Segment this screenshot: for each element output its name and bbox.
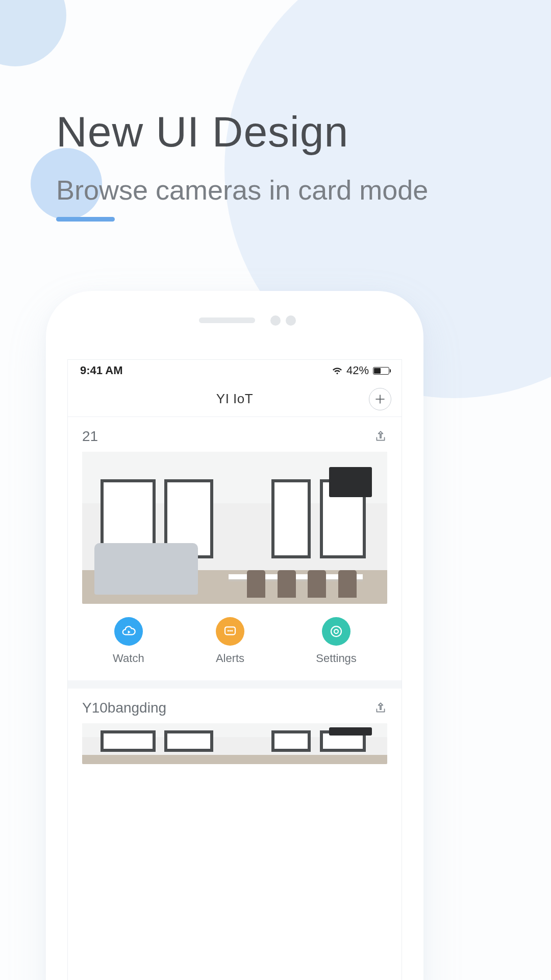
watch-label: Watch <box>113 652 144 665</box>
settings-button[interactable]: Settings <box>316 617 357 665</box>
status-time: 9:41 AM <box>80 364 123 377</box>
hero-subtitle: Browse cameras in card mode <box>56 173 510 208</box>
alerts-label: Alerts <box>216 652 244 665</box>
battery-icon <box>373 367 389 375</box>
hero: New UI Design Browse cameras in card mod… <box>56 107 510 222</box>
camera-feed[interactable]: 21 <box>68 417 402 764</box>
gear-icon <box>322 617 350 646</box>
chat-icon <box>216 617 244 646</box>
svg-point-5 <box>334 629 338 633</box>
camera-preview[interactable] <box>82 452 387 604</box>
camera-card[interactable]: Y10bangding <box>68 689 402 764</box>
camera-name: Y10bangding <box>82 700 166 716</box>
settings-label: Settings <box>316 652 357 665</box>
card-actions: Watch Alerts Settings <box>68 604 402 680</box>
plus-icon <box>374 394 386 405</box>
phone-camera-dots <box>270 315 296 326</box>
add-button[interactable] <box>369 388 391 410</box>
bg-blob-top <box>0 0 66 66</box>
phone-mockup: 9:41 AM 42% YI IoT <box>46 291 423 980</box>
share-icon[interactable] <box>374 430 387 443</box>
status-battery-pct: 42% <box>346 364 369 377</box>
app-navbar: YI IoT <box>68 381 402 417</box>
svg-point-2 <box>229 630 231 631</box>
phone-screen: 9:41 AM 42% YI IoT <box>67 359 402 980</box>
svg-point-1 <box>228 630 229 631</box>
camera-preview[interactable] <box>82 723 387 764</box>
camera-card[interactable]: 21 <box>68 417 402 680</box>
app-title: YI IoT <box>216 391 253 407</box>
svg-point-4 <box>331 626 341 636</box>
hero-title: New UI Design <box>56 107 510 157</box>
wifi-icon <box>332 367 342 375</box>
status-bar: 9:41 AM 42% <box>68 360 402 381</box>
alerts-button[interactable]: Alerts <box>216 617 244 665</box>
svg-point-3 <box>231 630 233 631</box>
cloud-play-icon <box>114 617 143 646</box>
phone-speaker <box>199 317 255 323</box>
camera-name: 21 <box>82 428 98 445</box>
watch-button[interactable]: Watch <box>113 617 144 665</box>
share-icon[interactable] <box>374 701 387 715</box>
hero-underline <box>56 217 115 222</box>
